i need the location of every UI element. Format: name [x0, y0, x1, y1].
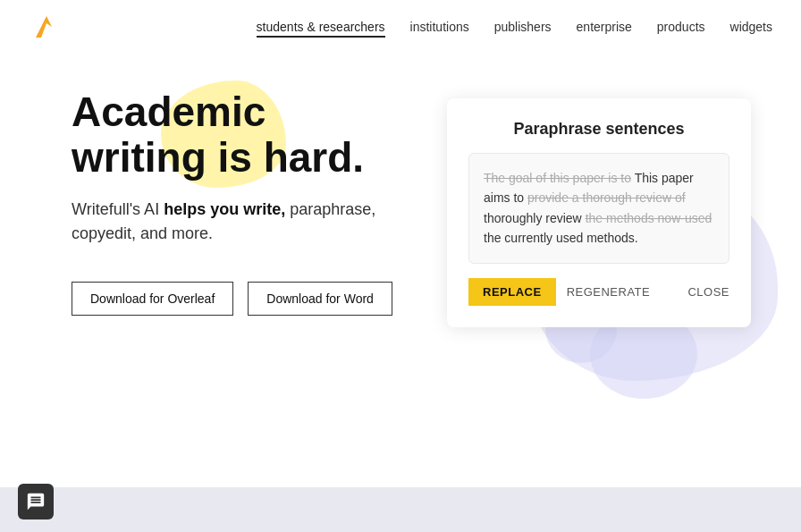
- logo[interactable]: [29, 9, 64, 45]
- nav-item-students[interactable]: students & researchers: [257, 19, 385, 35]
- struck-text-1: The goal of this paper is to: [484, 171, 631, 185]
- footer-bar: [0, 487, 801, 532]
- chat-icon-button[interactable]: [18, 484, 54, 519]
- normal-text-3: the currently used methods.: [484, 231, 638, 245]
- close-button[interactable]: CLOSE: [687, 285, 729, 299]
- nav-item-publishers[interactable]: publishers: [494, 19, 552, 35]
- struck-text-2: provide a thorough review of: [527, 190, 686, 205]
- regenerate-button[interactable]: REGENERATE: [567, 285, 651, 299]
- paraphrase-actions: REPLACE REGENERATE CLOSE: [468, 278, 729, 306]
- navbar: students & researchers institutions publ…: [0, 0, 801, 54]
- main-content: Academic writing is hard. Writefull's AI…: [0, 54, 801, 487]
- download-word-button[interactable]: Download for Word: [248, 282, 392, 316]
- paraphrase-section: Paraphrase sentences The goal of this pa…: [447, 89, 751, 327]
- nav-item-widgets[interactable]: widgets: [730, 19, 772, 35]
- nav-item-enterprise[interactable]: enterprise: [577, 19, 632, 35]
- svg-marker-0: [36, 16, 52, 38]
- struck-text-3: the methods now-used: [586, 211, 712, 225]
- normal-text-2: thoroughly review: [484, 211, 586, 225]
- replace-button[interactable]: REPLACE: [468, 278, 556, 306]
- chat-icon: [26, 492, 46, 511]
- nav-item-products[interactable]: products: [657, 19, 705, 35]
- hero-description: Writefull's AI helps you write, paraphra…: [72, 198, 393, 246]
- nav-item-institutions[interactable]: institutions: [410, 19, 469, 35]
- hero-section: Academic writing is hard. Writefull's AI…: [72, 89, 447, 316]
- paraphrase-card-title: Paraphrase sentences: [468, 120, 729, 139]
- paraphrase-text-box: The goal of this paper is to This paper …: [468, 153, 729, 264]
- paraphrase-card: Paraphrase sentences The goal of this pa…: [447, 98, 751, 327]
- cta-buttons: Download for Overleaf Download for Word: [72, 282, 447, 316]
- nav-links: students & researchers institutions publ…: [257, 19, 772, 35]
- hero-heading: Academic writing is hard.: [72, 89, 447, 180]
- download-overleaf-button[interactable]: Download for Overleaf: [72, 282, 233, 316]
